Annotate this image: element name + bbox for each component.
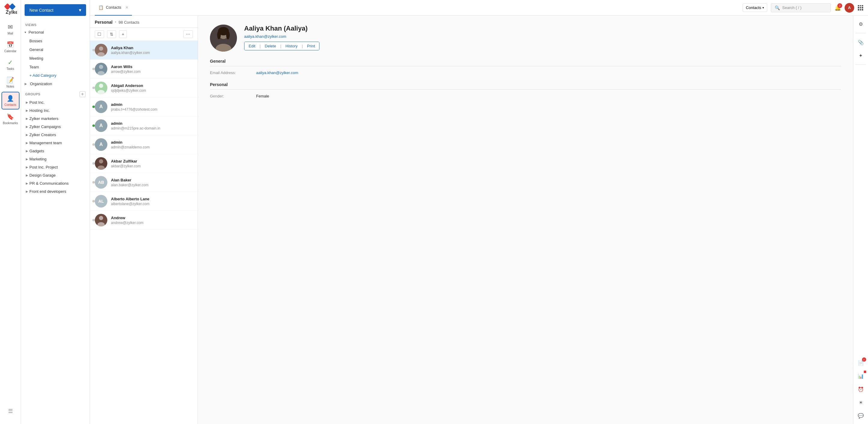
add-group-button[interactable]: +	[80, 91, 86, 97]
contact-item-abigail-anderson[interactable]: Abigail Anderson sjdjdjwks@zylker.com	[90, 78, 198, 97]
group-item-post-inc[interactable]: ▶ Post Inc.	[21, 98, 90, 106]
add-contact-button[interactable]: +	[119, 30, 127, 38]
contact-email-admin1: prabu.t+4776@zohotest.com	[111, 107, 193, 111]
sidebar-item-meeting[interactable]: Meeting	[21, 54, 90, 63]
new-contact-dropdown-icon[interactable]: ▾	[79, 7, 81, 13]
sidebar-item-organization[interactable]: ▶ Organization	[21, 79, 90, 88]
sidebar-item-notes[interactable]: 📝 Notes	[1, 74, 20, 91]
group-item-pr-communications[interactable]: ▶ PR & Communications	[21, 179, 90, 187]
zylker-creators-label: Zylker Creators	[29, 133, 56, 137]
svg-point-16	[99, 216, 103, 220]
sidebar-item-bosses[interactable]: Bosses	[21, 37, 90, 45]
delete-button[interactable]: Delete	[261, 42, 280, 50]
group-item-marketing[interactable]: ▶ Marketing	[21, 155, 90, 163]
new-contact-button[interactable]: New Contact ▾	[25, 4, 86, 16]
print-button[interactable]: Print	[303, 42, 319, 50]
edit-button[interactable]: Edit	[244, 42, 259, 50]
group-item-gadgets[interactable]: ▶ Gadgets	[21, 147, 90, 155]
contacts-scope-dropdown[interactable]: Contacts ▾	[743, 3, 767, 12]
sidebar-item-tasks[interactable]: ✓ Tasks	[1, 56, 20, 73]
detail-email-link[interactable]: aaliya.khan@zylker.com	[244, 34, 286, 39]
group-item-zylker-marketers[interactable]: ▶ Zylker marketers	[21, 115, 90, 123]
app-logo[interactable]: Zylker	[4, 3, 17, 16]
svg-point-13	[99, 159, 103, 163]
sidebar-collapse[interactable]: ☰	[1, 405, 20, 417]
sidebar-item-calendar[interactable]: 📅 Calendar	[1, 39, 20, 55]
hosting-inc-label: Hosting Inc.	[29, 108, 50, 113]
alarm-icon[interactable]: ⏰	[856, 384, 866, 395]
meeting-label: Meeting	[29, 56, 43, 61]
gadgets-label: Gadgets	[29, 149, 44, 153]
history-button[interactable]: History	[281, 42, 302, 50]
contact-list-panel: Personal • 98 Contacts ☐ ⇅ + ⋯	[90, 15, 198, 424]
personal-collapse-icon[interactable]: ▾	[25, 31, 26, 34]
add-category-button[interactable]: + Add Category	[21, 71, 90, 79]
activity-icon[interactable]: 📊	[856, 371, 866, 382]
select-all-checkbox[interactable]: ☐	[95, 30, 104, 38]
sidebar-item-contacts[interactable]: 👤 Contacts	[1, 92, 20, 109]
group-item-frontend-devs[interactable]: ▶ Front end developers	[21, 187, 90, 196]
contact-email-aaliya: aaliya.khan@zylker.com	[111, 51, 193, 55]
svg-point-10	[99, 84, 103, 88]
notes-icon: 📝	[7, 76, 14, 84]
zylker-campaigns-chevron-icon: ▶	[26, 125, 28, 128]
status-dot-aaron	[92, 68, 95, 70]
contact-item-alberto-lane[interactable]: AL Alberto Alberto Lane albertolane@zylk…	[90, 192, 198, 211]
status-dot-abigail	[92, 87, 95, 89]
tab-close-icon[interactable]: ✕	[125, 5, 128, 9]
sidebar-item-mail[interactable]: ✉ Mail	[1, 21, 20, 37]
contact-name-abigail: Abigail Anderson	[111, 84, 193, 88]
topbar-actions: 🔔 2 A	[834, 3, 863, 12]
contact-email-admin2: admin@m215pre.ac-domain.in	[111, 126, 193, 130]
chat-icon[interactable]: 💬	[856, 410, 866, 421]
sidebar-item-general[interactable]: General	[21, 45, 90, 54]
contact-item-alan-baker[interactable]: AB Alan Baker alan.baker@zylker.com	[90, 173, 198, 192]
contact-item-akbar-zulfikar[interactable]: Akbar Zulfikar akbar@zylker.com	[90, 154, 198, 173]
app-rail: Zylker ✉ Mail 📅 Calendar ✓ Tasks 📝 Notes…	[0, 0, 21, 424]
star-icon[interactable]: ✦	[856, 50, 866, 61]
notes-right-icon[interactable]: 📄 2	[856, 357, 866, 368]
post-inc-chevron-icon: ▶	[26, 101, 28, 104]
list-header: Personal • 98 Contacts	[90, 15, 198, 28]
contact-email-aaron: arrow@zylker.com	[111, 70, 193, 74]
group-item-management-team[interactable]: ▶ Management team	[21, 139, 90, 147]
detail-actions: Edit | Delete | History | Print	[244, 42, 319, 51]
contact-avatar-alan: AB	[95, 176, 107, 189]
more-options-button[interactable]: ⋯	[183, 30, 193, 38]
pin-icon[interactable]: 📎	[856, 37, 866, 48]
notification-bell-icon[interactable]: 🔔 2	[834, 4, 841, 11]
group-item-zylker-campaigns[interactable]: ▶ Zylker Campaigns	[21, 123, 90, 131]
new-contact-label: New Contact	[29, 8, 53, 12]
group-item-zylker-creators[interactable]: ▶ Zylker Creators	[21, 131, 90, 139]
sidebar-item-team[interactable]: Team	[21, 63, 90, 71]
email-field-value[interactable]: aaliya.khan@zylker.com	[256, 70, 298, 75]
group-item-design-garage[interactable]: ▶ Design Garage	[21, 171, 90, 179]
contacts-tab[interactable]: 📋 Contacts ✕	[95, 0, 132, 15]
settings-icon[interactable]: ⚙	[856, 19, 866, 29]
detail-info: Aaliya Khan (Aaliya) aaliya.khan@zylker.…	[244, 25, 319, 51]
contact-item-andrew[interactable]: Andrew andrew@zylker.com	[90, 211, 198, 230]
right-rail-bottom: 📄 2 📊 ⏰ ☀ 💬	[856, 357, 866, 421]
sidebar-item-personal[interactable]: ▾ Personal	[21, 28, 90, 37]
group-item-hosting-inc[interactable]: ▶ Hosting Inc.	[21, 106, 90, 115]
theme-icon[interactable]: ☀	[856, 397, 866, 408]
contact-item-admin-1[interactable]: A admin prabu.t+4776@zohotest.com	[90, 97, 198, 116]
app-grid-icon[interactable]	[858, 5, 863, 10]
search-bar[interactable]: 🔍 Search ( / )	[771, 3, 831, 12]
sidebar: New Contact ▾ VIEWS ▾ Personal Bosses Ge…	[21, 0, 90, 424]
contact-avatar-aaliya	[95, 44, 107, 56]
contact-item-admin-2[interactable]: A admin admin@m215pre.ac-domain.in	[90, 116, 198, 135]
email-field-row: Email Address: aaliya.khan@zylker.com	[210, 70, 841, 75]
contact-item-admin-3[interactable]: A admin admin@zmaildemo.com	[90, 135, 198, 154]
contact-item-aaliya-khan[interactable]: Aaliya Khan aaliya.khan@zylker.com	[90, 41, 198, 60]
user-avatar[interactable]: A	[845, 3, 854, 12]
team-label: Team	[29, 65, 39, 69]
sidebar-item-bookmarks[interactable]: 🔖 Bookmarks	[1, 111, 20, 127]
group-item-post-inc-project[interactable]: ▶ Post Inc. Project	[21, 163, 90, 171]
contacts-icon: 👤	[7, 95, 14, 102]
contact-item-aaron-wills[interactable]: Aaron Wills arrow@zylker.com	[90, 60, 198, 78]
contact-name-admin1: admin	[111, 102, 193, 107]
main-area: 📋 Contacts ✕ Contacts ▾ 🔍 Search ( / ) 🔔…	[90, 0, 868, 424]
sort-button[interactable]: ⇅	[107, 30, 116, 38]
gadgets-chevron-icon: ▶	[26, 149, 28, 153]
